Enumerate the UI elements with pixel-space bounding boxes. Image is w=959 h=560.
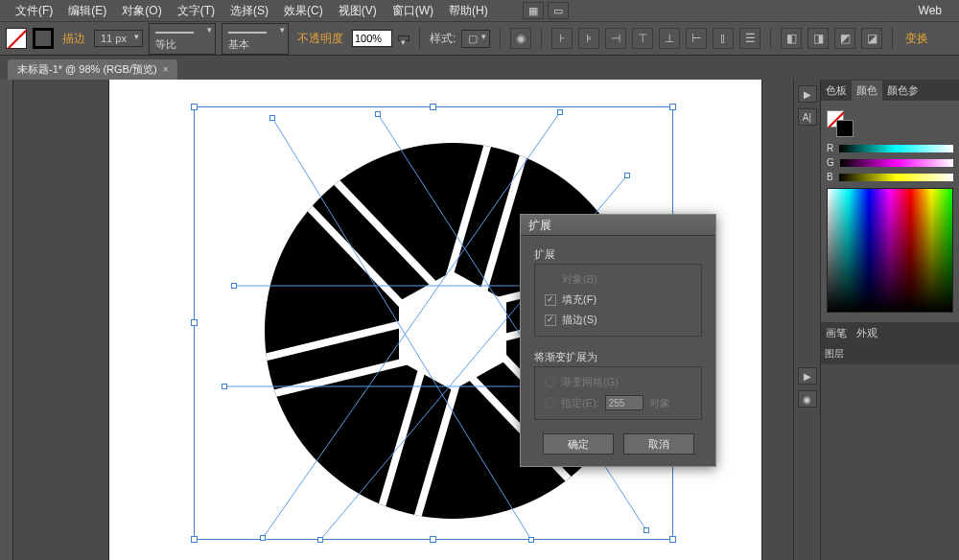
- stroke-label[interactable]: 描边: [62, 31, 85, 47]
- resize-handle[interactable]: [669, 536, 676, 543]
- panel-tab-layers[interactable]: 图层: [825, 347, 844, 361]
- opacity-dropdown[interactable]: [398, 35, 409, 41]
- opacity-label[interactable]: 不透明度: [297, 31, 343, 47]
- panel-tab-appearance[interactable]: 外观: [852, 323, 882, 343]
- recolor-icon[interactable]: ◉: [510, 28, 531, 49]
- cancel-button[interactable]: 取消: [623, 433, 694, 455]
- menu-text[interactable]: 文字(T): [170, 1, 222, 21]
- group-title: 扩展: [534, 247, 702, 262]
- play-icon[interactable]: ▶: [798, 85, 817, 103]
- panel-tab-swatches[interactable]: 色板: [821, 81, 852, 101]
- separator: [541, 28, 542, 49]
- radio-icon: [545, 398, 555, 408]
- menu-edit[interactable]: 编辑(E): [60, 1, 114, 21]
- resize-handle[interactable]: [191, 104, 198, 110]
- rgb-b-label: B: [827, 172, 833, 182]
- menu-object[interactable]: 对象(O): [114, 1, 169, 21]
- align-vcenter-icon[interactable]: ⊥: [659, 28, 680, 49]
- menu-window[interactable]: 窗口(W): [385, 1, 441, 21]
- stroke-profile-dropdown[interactable]: 基本: [222, 23, 289, 55]
- separator: [500, 28, 501, 49]
- anchor-point[interactable]: [231, 283, 237, 289]
- anchor-point[interactable]: [557, 109, 563, 115]
- transform-label[interactable]: 变换: [905, 31, 928, 47]
- dialog-title[interactable]: 扩展: [521, 215, 715, 236]
- dist-v-icon[interactable]: ☰: [739, 28, 760, 49]
- menu-file[interactable]: 文件(F): [8, 1, 60, 21]
- expand-dialog: 扩展 扩展 对象(B) ✓ 填充(F) ✓: [520, 214, 716, 467]
- pathfinder-icon[interactable]: ◨: [807, 28, 829, 49]
- group-title: 将渐变扩展为: [534, 350, 702, 364]
- rgb-r-label: R: [827, 143, 833, 153]
- pathfinder-icon[interactable]: ◩: [834, 28, 855, 49]
- panel-tab-color[interactable]: 颜色: [852, 81, 882, 101]
- layers-icon[interactable]: ▶: [798, 367, 817, 385]
- align-left-icon[interactable]: ⊦: [551, 28, 573, 49]
- radio-icon: [545, 377, 555, 387]
- separator: [419, 28, 420, 49]
- checkbox-stroke[interactable]: ✓ 描边(S): [545, 310, 691, 330]
- canvas-area[interactable]: 扩展 扩展 对象(B) ✓ 填充(F) ✓: [13, 80, 793, 560]
- b-slider[interactable]: [839, 174, 953, 181]
- separator: [770, 28, 771, 49]
- checkbox-icon: ✓: [545, 315, 556, 326]
- anchor-point[interactable]: [528, 537, 534, 543]
- align-bottom-icon[interactable]: ⊢: [686, 28, 707, 49]
- panel-strip: ▶ A| ▶ ◉: [793, 80, 820, 560]
- menu-bar: 文件(F) 编辑(E) 对象(O) 文字(T) 选择(S) 效果(C) 视图(V…: [0, 0, 959, 21]
- align-top-icon[interactable]: ⊤: [632, 28, 653, 49]
- resize-handle[interactable]: [430, 536, 436, 543]
- anchor-point[interactable]: [222, 384, 227, 389]
- anchor-point[interactable]: [269, 115, 275, 121]
- align-hcenter-icon[interactable]: ⊧: [578, 28, 599, 49]
- anchor-point[interactable]: [624, 173, 630, 178]
- panel-tab-colorguide[interactable]: 颜色参: [882, 81, 924, 101]
- anchor-point[interactable]: [260, 535, 266, 541]
- fill-swatch[interactable]: [6, 28, 27, 49]
- rgb-g-label: G: [827, 157, 834, 168]
- document-tab[interactable]: 未标题-1* @ 98% (RGB/预览) ×: [8, 59, 177, 80]
- align-right-icon[interactable]: ⊣: [605, 28, 626, 49]
- menu-help[interactable]: 帮助(H): [441, 1, 496, 21]
- char-icon[interactable]: A|: [798, 108, 817, 126]
- color-spectrum[interactable]: [827, 188, 953, 313]
- document-tab-bar: 未标题-1* @ 98% (RGB/预览) ×: [0, 56, 959, 80]
- anchor-point[interactable]: [317, 537, 323, 543]
- checkbox-object: 对象(B): [545, 269, 691, 290]
- separator: [892, 28, 893, 49]
- menu-effect[interactable]: 效果(C): [276, 1, 331, 21]
- layout-icon[interactable]: ▦: [523, 2, 544, 19]
- checkbox-icon: [545, 274, 556, 286]
- resize-handle[interactable]: [669, 104, 676, 110]
- right-panels: 色板 颜色 颜色参 R G B 画笔 外观 图层: [820, 80, 959, 560]
- stroke-swatch[interactable]: [33, 28, 54, 49]
- resize-handle[interactable]: [191, 536, 198, 543]
- radio-specify: 指定(E): 对象: [545, 392, 691, 413]
- g-slider[interactable]: [840, 159, 953, 167]
- resize-handle[interactable]: [191, 319, 198, 326]
- menu-view[interactable]: 视图(V): [331, 1, 385, 21]
- tool-strip[interactable]: [0, 80, 13, 560]
- ok-button[interactable]: 确定: [543, 433, 614, 455]
- pathfinder-icon[interactable]: ◪: [861, 28, 882, 49]
- target-icon[interactable]: ◉: [798, 390, 817, 408]
- panel-tab-brushes[interactable]: 画笔: [821, 323, 852, 343]
- close-tab-icon[interactable]: ×: [163, 64, 169, 75]
- workspace-label[interactable]: Web: [911, 2, 949, 19]
- anchor-point[interactable]: [375, 111, 381, 117]
- resize-handle[interactable]: [430, 104, 436, 110]
- doc-icon[interactable]: ▭: [548, 2, 569, 19]
- stroke-width-dropdown[interactable]: 11 px: [94, 30, 143, 47]
- r-slider[interactable]: [839, 145, 953, 152]
- checkbox-fill[interactable]: ✓ 填充(F): [545, 290, 691, 310]
- stroke-dash-dropdown[interactable]: 等比: [149, 23, 216, 55]
- menu-select[interactable]: 选择(S): [222, 1, 276, 21]
- style-dropdown[interactable]: ▢: [461, 30, 490, 48]
- anchor-point[interactable]: [643, 527, 649, 533]
- pathfinder-icon[interactable]: ◧: [781, 28, 802, 49]
- dist-h-icon[interactable]: ⫿: [713, 28, 734, 49]
- tab-title: 未标题-1* @ 98% (RGB/预览): [17, 62, 157, 77]
- opacity-input[interactable]: [352, 30, 392, 47]
- specify-input[interactable]: [605, 395, 643, 410]
- fg-bg-swatch[interactable]: [827, 110, 854, 137]
